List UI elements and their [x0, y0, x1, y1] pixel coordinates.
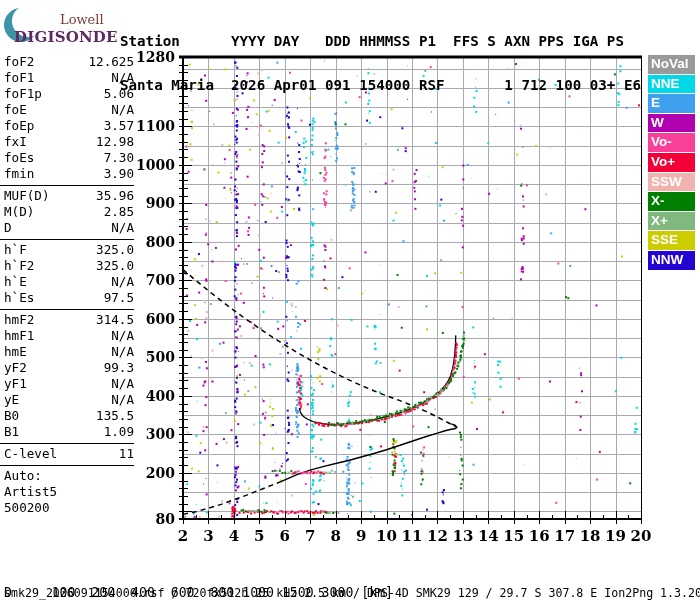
legend-chip-nnw: NNW — [648, 251, 695, 270]
param-row: MUF(D)35.96 — [4, 188, 134, 204]
legend-chip-noval: NoVal — [648, 55, 695, 74]
param-row: foF1N/A — [4, 70, 134, 86]
param-value: N/A — [111, 344, 134, 360]
param-value: 314.5 — [96, 312, 134, 328]
doppler-direction-legend: NoValNNEEWVo-Vo+SSWX-X+SSENNW — [648, 55, 695, 271]
param-row: hmF1N/A — [4, 328, 134, 344]
logo-digisonde-text: DIGISONDE — [14, 28, 118, 46]
param-value: 135.5 — [96, 408, 134, 424]
param-label: MUF(D) — [4, 188, 50, 204]
param-value: 7.30 — [104, 150, 134, 166]
param-label: C-level — [4, 446, 57, 462]
legend-chip-x: X+ — [648, 212, 695, 231]
panel-divider — [0, 443, 134, 444]
param-value: N/A — [111, 274, 134, 290]
legend-chip-x: X- — [648, 192, 695, 211]
param-value: 35.96 — [96, 188, 134, 204]
param-row: 500200 — [4, 500, 134, 516]
panel-divider — [0, 465, 134, 466]
param-label: foEs — [4, 150, 34, 166]
param-label: fxI — [4, 134, 27, 150]
param-row: hmEN/A — [4, 344, 134, 360]
param-label: yF1 — [4, 376, 27, 392]
param-value: 99.3 — [104, 360, 134, 376]
param-value: N/A — [111, 392, 134, 408]
param-value: N/A — [111, 102, 134, 118]
legend-chip-vo: Vo- — [648, 133, 695, 152]
param-label: hmF1 — [4, 328, 34, 344]
param-row: h`Es97.5 — [4, 290, 134, 306]
header-line-columns: Station YYYY DAY DDD HHMMSS P1 FFS S AXN… — [120, 34, 641, 49]
param-row: yF299.3 — [4, 360, 134, 376]
param-label: yF2 — [4, 360, 27, 376]
param-value: 325.0 — [96, 258, 134, 274]
param-value: 1.09 — [104, 424, 134, 440]
param-label: foF1p — [4, 86, 42, 102]
param-row: foEN/A — [4, 102, 134, 118]
param-label: h`E — [4, 274, 27, 290]
param-row: hmF2314.5 — [4, 312, 134, 328]
param-row: fmin3.90 — [4, 166, 134, 182]
scaled-parameters-panel: foF212.625foF1N/AfoF1p5.06foEN/AfoEp3.57… — [4, 54, 134, 516]
param-row: C-level11 — [4, 446, 134, 462]
legend-chip-vo: Vo+ — [648, 153, 695, 172]
param-label: hmE — [4, 344, 27, 360]
param-row: Artist5 — [4, 484, 134, 500]
param-row: yEN/A — [4, 392, 134, 408]
legend-chip-e: E — [648, 94, 695, 113]
header-block: Station YYYY DAY DDD HHMMSS P1 FFS S AXN… — [120, 5, 641, 107]
param-label: B0 — [4, 408, 19, 424]
param-label: h`F2 — [4, 258, 34, 274]
param-row: B11.09 — [4, 424, 134, 440]
ionogram-app: { "logo": {"line1": "Lowell", "line2": "… — [0, 0, 700, 600]
param-label: Artist5 — [4, 484, 57, 500]
param-value: N/A — [111, 328, 134, 344]
param-value: N/A — [111, 70, 134, 86]
legend-chip-ssw: SSW — [648, 173, 695, 192]
param-label: Auto: — [4, 468, 42, 484]
param-value: 325.0 — [96, 242, 134, 258]
param-row: Auto: — [4, 468, 134, 484]
panel-divider — [0, 239, 134, 240]
param-value: 12.625 — [89, 54, 135, 70]
param-label: D — [4, 220, 12, 236]
param-label: yE — [4, 392, 19, 408]
param-value: 3.90 — [104, 166, 134, 182]
param-value: 12.98 — [96, 134, 134, 150]
param-label: h`Es — [4, 290, 34, 306]
param-row: h`EN/A — [4, 274, 134, 290]
param-value: 11 — [119, 446, 134, 462]
param-label: B1 — [4, 424, 19, 440]
param-row: B0135.5 — [4, 408, 134, 424]
param-label: foF1 — [4, 70, 34, 86]
param-row: foF212.625 — [4, 54, 134, 70]
param-value: 2.85 — [104, 204, 134, 220]
param-row: fxI12.98 — [4, 134, 134, 150]
param-row: M(D)2.85 — [4, 204, 134, 220]
panel-divider — [0, 185, 134, 186]
param-label: h`F — [4, 242, 27, 258]
param-value: N/A — [111, 376, 134, 392]
param-row: foEp3.57 — [4, 118, 134, 134]
param-row: DN/A — [4, 220, 134, 236]
lowell-digisonde-logo: Lowell DIGISONDE — [2, 2, 118, 50]
param-label: fmin — [4, 166, 34, 182]
param-label: M(D) — [4, 204, 34, 220]
param-value: 97.5 — [104, 290, 134, 306]
logo-lowell-text: Lowell — [60, 12, 104, 27]
param-label: 500200 — [4, 500, 50, 516]
status-bar: smk29_2026091154000.rsf / 720fx512h 25 k… — [4, 586, 700, 600]
param-row: foEs7.30 — [4, 150, 134, 166]
param-value: N/A — [111, 220, 134, 236]
param-row: h`F2325.0 — [4, 258, 134, 274]
legend-chip-w: W — [648, 114, 695, 133]
param-label: foE — [4, 102, 27, 118]
param-row: yF1N/A — [4, 376, 134, 392]
header-line-values: Santa Maria 2026 Apr01 091 154000 RSF 1 … — [120, 78, 641, 93]
param-label: foEp — [4, 118, 34, 134]
param-row: foF1p5.06 — [4, 86, 134, 102]
param-row: h`F325.0 — [4, 242, 134, 258]
param-value: 5.06 — [104, 86, 134, 102]
panel-divider — [0, 309, 134, 310]
legend-chip-nne: NNE — [648, 75, 695, 94]
